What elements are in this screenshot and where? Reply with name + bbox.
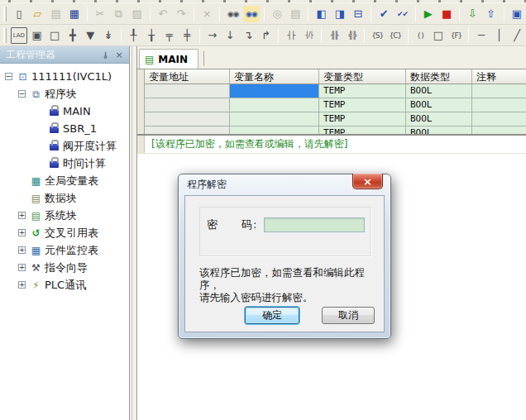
compile-all-icon[interactable]: ✔✔ — [394, 6, 410, 22]
lad-view-icon[interactable]: LAD — [11, 27, 27, 44]
cell-datatype[interactable]: BOOL — [406, 84, 472, 98]
password-input[interactable] — [264, 217, 365, 232]
upload-icon[interactable]: ⇧ — [482, 6, 499, 22]
panel-splitter[interactable] — [130, 46, 137, 420]
cell-vartype[interactable]: TEMP — [319, 98, 406, 112]
monitor-icon[interactable]: ▣ — [509, 6, 525, 22]
cell-address[interactable] — [145, 112, 230, 126]
toolbar-grip[interactable] — [3, 28, 7, 43]
print-icon[interactable]: ▤ — [287, 6, 304, 22]
pin-icon[interactable]: ⊸ — [99, 50, 112, 60]
cell-comment[interactable] — [472, 112, 526, 126]
cell-name[interactable] — [230, 98, 319, 112]
cell-name[interactable] — [230, 112, 319, 126]
close-panel-icon[interactable]: × — [112, 50, 126, 60]
insert-row-icon[interactable]: ▼ — [83, 27, 99, 44]
contact-rising-icon[interactable]: ╢╟ — [326, 27, 342, 44]
tree-item-plc-comm[interactable]: + ⚡ PLC通讯 — [0, 276, 129, 294]
net-symbol-1-icon[interactable]: ╀ — [126, 27, 142, 44]
cell-comment[interactable] — [472, 84, 526, 98]
find-icon[interactable]: ◉◉ — [224, 6, 241, 22]
find-in-project-icon[interactable]: ◉◉ — [243, 6, 260, 22]
expand-icon[interactable]: + — [18, 281, 26, 289]
run-icon[interactable]: ▶ — [420, 6, 437, 22]
cell-vartype[interactable]: TEMP — [319, 84, 406, 98]
tree-item-data-block[interactable]: ▤ 数据块 — [0, 189, 129, 207]
output-window-icon[interactable]: ⊟ — [350, 6, 366, 22]
download-icon[interactable]: ⇩ — [464, 6, 481, 22]
cell-datatype[interactable]: BOOL — [406, 98, 472, 112]
save-all-icon[interactable]: ▦ — [66, 6, 83, 22]
net-symbol-2-icon[interactable]: ╁ — [143, 27, 160, 44]
tree-item-time-calc[interactable]: 时间计算 — [0, 155, 129, 172]
paste-icon[interactable]: ▨ — [128, 6, 145, 22]
project-window-icon[interactable]: ◧ — [313, 6, 329, 22]
line-down-icon[interactable]: ↓ — [222, 27, 239, 44]
net-symbol-3-icon[interactable]: ╤ — [161, 27, 178, 44]
set-coil-icon[interactable]: {S} — [369, 27, 385, 44]
insert-branch-icon[interactable]: ↡ — [100, 27, 117, 44]
expand-icon[interactable]: + — [18, 229, 26, 236]
cell-address[interactable] — [145, 84, 230, 98]
function-block-icon[interactable]: {F} — [448, 27, 465, 44]
stop-icon[interactable]: ■ — [438, 6, 455, 22]
bordered-box-icon[interactable]: ▣ — [29, 27, 45, 44]
cell-vartype[interactable]: TEMP — [319, 112, 406, 126]
output-coil-icon[interactable]: ( ) — [413, 27, 429, 44]
tree-item-monitor-table[interactable]: + ▦ 元件监控表 — [0, 241, 129, 259]
toolbar-grip[interactable] — [3, 7, 7, 21]
cell-datatype[interactable]: BOOL — [406, 126, 472, 136]
tree-item-program-blocks[interactable]: − ⧉ 程序块 — [0, 85, 129, 103]
tree-item-project-root[interactable]: − ⊡ 111111(IVC1L) — [0, 68, 129, 85]
net-symbol-4-icon[interactable]: ╪ — [179, 27, 195, 44]
dialog-close-button[interactable]: × — [352, 174, 383, 189]
tree-item-main[interactable]: MAIN — [0, 103, 129, 120]
contact-falling-icon[interactable]: ╣╠ — [344, 27, 361, 44]
contact-nc-icon[interactable]: ┤/├ — [301, 27, 318, 44]
cell-address[interactable] — [145, 98, 230, 112]
contact-no-icon[interactable]: ┤├ — [283, 27, 299, 44]
plain-box-icon[interactable]: □ — [46, 27, 63, 44]
redo-icon[interactable]: ↷ — [173, 6, 189, 22]
expand-icon[interactable]: + — [18, 264, 26, 271]
line-right-icon[interactable]: → — [204, 27, 221, 44]
line-corner-up-icon[interactable]: ↱ — [258, 27, 275, 44]
delete-line-icon[interactable]: ╱ — [509, 27, 525, 44]
save-icon[interactable]: ▤ — [47, 6, 64, 22]
vertical-line-icon[interactable]: │ — [491, 27, 508, 44]
tab-main[interactable]: ▤ MAIN — [139, 49, 198, 69]
tree-item-instruction-wizard[interactable]: + ⚒ 指令向导 — [0, 259, 129, 276]
collapse-icon[interactable]: − — [18, 90, 26, 98]
tree-item-cross-ref[interactable]: + ↺ 交叉引用表 — [0, 224, 129, 241]
cell-comment[interactable] — [472, 126, 526, 136]
delete-icon[interactable]: × — [198, 6, 215, 22]
reset-coil-icon[interactable]: {C} — [387, 27, 404, 44]
expand-icon[interactable]: + — [18, 212, 26, 219]
cancel-button[interactable]: 取消 — [322, 307, 375, 324]
collapse-icon[interactable]: − — [5, 73, 12, 80]
print-preview-icon[interactable]: ◎ — [269, 6, 285, 22]
line-corner-down-icon[interactable]: ↴ — [240, 27, 256, 44]
insert-cell-icon[interactable]: ╋ — [65, 27, 81, 44]
tree-item-valve-calc[interactable]: 阀开度计算 — [0, 137, 129, 155]
tree-item-sbr1[interactable]: SBR_1 — [0, 120, 129, 137]
cell-vartype[interactable]: TEMP — [319, 126, 406, 136]
cell-name[interactable] — [230, 126, 319, 136]
cut-icon[interactable]: ✂ — [92, 6, 108, 22]
copy-icon[interactable]: ⧉ — [110, 6, 127, 22]
horizontal-line-icon[interactable]: ─ — [473, 27, 490, 44]
tree-item-system-block[interactable]: + ▤ 系统块 — [0, 207, 129, 224]
expand-icon[interactable]: + — [18, 246, 26, 254]
ok-button[interactable]: 确定 — [245, 307, 299, 324]
open-project-icon[interactable]: ▱ — [29, 6, 45, 22]
tree-item-global-vars[interactable]: ▦ 全局变量表 — [0, 172, 129, 189]
cell-name-selected[interactable] — [230, 84, 319, 98]
compile-icon[interactable]: ✔ — [375, 6, 392, 22]
cell-comment[interactable] — [472, 98, 526, 112]
instruction-box-icon[interactable]: □ — [430, 27, 447, 44]
undo-icon[interactable]: ↶ — [155, 6, 171, 22]
cell-address[interactable] — [145, 126, 230, 136]
cell-datatype[interactable]: BOOL — [406, 112, 472, 126]
new-file-icon[interactable]: ▯ — [11, 6, 27, 22]
info-window-icon[interactable]: ◨ — [332, 6, 348, 22]
